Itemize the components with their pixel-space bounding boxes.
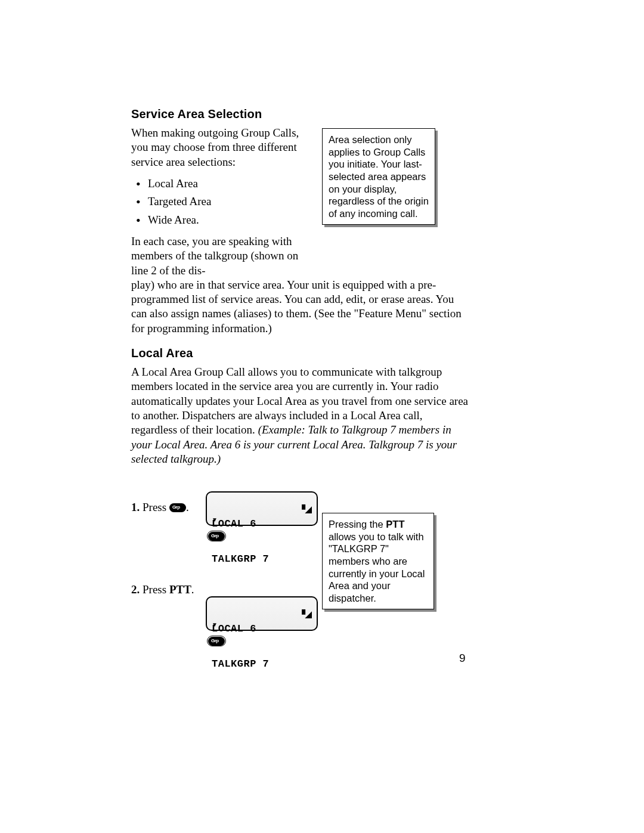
local-area-paragraph: A Local Area Group Call allows you to co… xyxy=(131,365,468,466)
step-2-ptt: PTT xyxy=(169,583,191,596)
antenna-icon: ▝◢ xyxy=(299,504,312,515)
grp-icon: Grp xyxy=(169,503,186,512)
after-bullets-line1: In each case, you are speaking with memb… xyxy=(131,234,316,278)
lcd-screen-2: LOCAL 6 TALKGRP 7 ▼ ▝◢ xyxy=(206,596,318,631)
page-number: 9 xyxy=(459,652,466,665)
down-arrow-icon: ▼ xyxy=(212,621,218,628)
note-area-selection: Area selection only applies to Group Cal… xyxy=(322,128,435,225)
step-2-number: 2. xyxy=(131,583,140,596)
step-2-period: . xyxy=(191,583,194,596)
lcd-screen-1: LOCAL 6 TALKGRP 7 ▼ ▝◢ xyxy=(206,491,318,526)
note-ptt-post: allows you to talk with "TALKGRP 7" memb… xyxy=(329,531,425,603)
note-ptt-pre: Pressing the xyxy=(329,519,386,529)
grp-icon-label: Grp xyxy=(211,638,219,643)
lcd-line1: LOCAL 6 xyxy=(212,518,312,530)
radio-display-1: LOCAL 6 TALKGRP 7 ▼ ▝◢ Grp xyxy=(206,491,318,541)
grp-icon: Grp xyxy=(208,637,225,646)
lcd-line2: TALKGRP 7 xyxy=(212,553,312,565)
grp-icon-label: Grp xyxy=(211,533,219,538)
heading-service-area: Service Area Selection xyxy=(131,107,468,121)
antenna-icon: ▝◢ xyxy=(299,609,312,620)
lcd-line1b: LOCAL 6 xyxy=(212,623,312,635)
down-arrow-icon: ▼ xyxy=(212,516,218,523)
lcd-line2b: TALKGRP 7 xyxy=(212,658,312,670)
step-1-press: Press xyxy=(140,501,169,513)
grp-icon-label: Grp xyxy=(172,504,180,510)
note-ptt: Pressing the PTT allows you to talk with… xyxy=(322,513,434,609)
step-1-number: 1. xyxy=(131,501,140,513)
heading-local-area: Local Area xyxy=(131,346,468,360)
radio-display-2: LOCAL 6 TALKGRP 7 ▼ ▝◢ Grp xyxy=(206,596,318,646)
step-2-text: 2. Press PTT. xyxy=(131,583,194,596)
grp-icon: Grp xyxy=(208,532,225,541)
lcd-text-2: LOCAL 6 TALKGRP 7 xyxy=(212,600,312,693)
intro-paragraph: When making outgoing Group Calls, you ma… xyxy=(131,126,316,169)
step-1-period: . xyxy=(186,501,189,513)
step-2-press: Press xyxy=(140,583,169,596)
lcd-text-1: LOCAL 6 TALKGRP 7 xyxy=(212,495,312,588)
note-ptt-bold: PTT xyxy=(386,519,404,529)
step-1-text: 1. Press Grp. xyxy=(131,501,203,514)
after-bullets-line2: play) who are in that service area. Your… xyxy=(131,278,468,336)
